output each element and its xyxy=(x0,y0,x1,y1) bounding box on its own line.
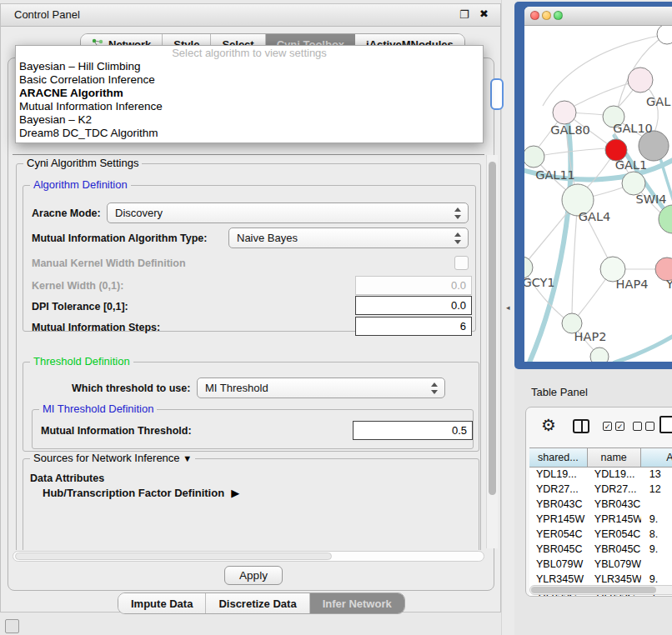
node-label-gal-top: GAL xyxy=(646,95,670,108)
checked-box-icon: ✓ xyxy=(603,422,612,431)
table-horizontal-scrollbar[interactable] xyxy=(529,585,672,595)
network-node-labels: GAL GAL80 GAL10 GAL1 GAL11 SWI4 GAL4 GCY… xyxy=(524,95,672,343)
node-table: shared... name A YDL19...YDL19...13 YDR2… xyxy=(529,448,672,597)
tab-infer-network-label: Infer Network xyxy=(323,598,392,610)
dpi-tolerance-value: 0.0 xyxy=(451,299,466,312)
which-threshold-label: Which threshold to use: xyxy=(72,382,190,394)
aracne-mode-select[interactable]: Discovery xyxy=(107,202,469,223)
mutual-information-threshold-value: 0.5 xyxy=(452,424,467,437)
checked-box-icon: ✓ xyxy=(615,422,624,431)
node-label-swi4: SWI4 xyxy=(635,192,666,206)
dpi-tolerance-input[interactable]: 0.0 xyxy=(355,296,472,315)
table-panel-title: Table Panel xyxy=(531,386,588,398)
algorithm-option-dream8[interactable]: Dream8 DC_TDC Algorithm xyxy=(16,127,483,140)
column-header-name[interactable]: name xyxy=(588,448,641,467)
apply-button[interactable]: Apply xyxy=(224,566,283,585)
column-header-partial[interactable]: A xyxy=(641,448,672,467)
tab-infer-network[interactable]: Infer Network xyxy=(310,593,404,613)
table-row[interactable]: YDL19...YDL19...13 xyxy=(529,468,672,482)
settings-vertical-scrollbar[interactable] xyxy=(486,155,498,548)
network-node-swi4[interactable] xyxy=(622,172,645,195)
algorithm-option-bayesian-hill-climbing[interactable]: Bayesian – Hill Climbing xyxy=(16,60,483,73)
algorithm-placeholder: Select algorithm to view settings xyxy=(16,46,483,60)
kernel-width-label: Kernel Width (0,1): xyxy=(32,280,123,292)
node-label-gcy1: GCY1 xyxy=(524,276,555,289)
scrollbar-thumb[interactable] xyxy=(531,587,656,593)
mi-threshold-definition-group: MI Threshold Definition Mutual Informati… xyxy=(32,409,474,449)
mutual-information-threshold-input[interactable]: 0.5 xyxy=(353,421,473,440)
gear-icon[interactable]: ⚙ xyxy=(541,415,556,435)
cyni-algorithm-settings-title: Cyni Algorithm Settings xyxy=(23,157,142,169)
mi-algorithm-type-select[interactable]: Naive Bayes xyxy=(228,228,469,248)
kernel-width-input[interactable]: 0.0 xyxy=(355,276,472,295)
settings-horizontal-scrollbar[interactable] xyxy=(13,551,484,562)
table-row[interactable]: YBR045CYBR045C9. xyxy=(529,542,672,558)
mac-minimize-icon[interactable] xyxy=(542,11,551,20)
close-window-icon[interactable]: ✖ xyxy=(479,8,489,20)
threshold-definition-group: Threshold Definition Which threshold to … xyxy=(23,362,479,452)
control-panel-titlebar[interactable]: Control Panel ❐ ✖ xyxy=(1,4,500,27)
deselect-all-icon[interactable] xyxy=(633,422,654,431)
algorithm-dropdown-popup: Select algorithm to view settings Bayesi… xyxy=(15,45,484,143)
network-node-gal-top[interactable] xyxy=(628,68,653,92)
threshold-definition-title: Threshold Definition xyxy=(30,355,133,368)
network-node-gal11[interactable] xyxy=(524,146,544,168)
splitter-collapse-icon[interactable]: ◂ xyxy=(506,303,510,312)
algorithm-option-aracne[interactable]: ARACNE Algorithm xyxy=(16,87,483,100)
collapse-down-icon[interactable]: ▼ xyxy=(183,453,192,463)
tab-impute-data[interactable]: Impute Data xyxy=(118,593,206,613)
network-canvas[interactable]: GAL GAL80 GAL10 GAL1 GAL11 SWI4 GAL4 GCY… xyxy=(524,26,672,362)
table-header-row: shared... name A xyxy=(529,448,672,468)
table-toolbar: ⚙ ✓ ✓ xyxy=(526,408,672,448)
columns-icon[interactable] xyxy=(573,419,589,433)
network-window-titlebar[interactable] xyxy=(524,7,672,26)
algorithm-option-basic-correlation[interactable]: Basic Correlation Inference xyxy=(16,73,483,87)
mi-threshold-definition-title: MI Threshold Definition xyxy=(39,402,157,415)
tab-discretize-data-label: Discretize Data xyxy=(218,598,296,610)
tab-discretize-data[interactable]: Discretize Data xyxy=(206,593,309,613)
unchecked-box-icon xyxy=(633,422,642,431)
table-row[interactable]: YDR27...YDR27...12 xyxy=(529,482,672,498)
manual-kernel-width-checkbox[interactable] xyxy=(454,256,469,270)
mac-close-icon[interactable] xyxy=(530,11,539,20)
stepper-arrows-icon xyxy=(431,382,438,395)
network-node-gal80[interactable] xyxy=(553,101,576,124)
algorithm-option-bayesian-k2[interactable]: Bayesian – K2 xyxy=(16,113,483,127)
sources-title-text: Sources for Network Inference xyxy=(33,452,180,464)
network-window: GAL GAL80 GAL10 GAL1 GAL11 SWI4 GAL4 GCY… xyxy=(524,7,672,362)
scrollbar-thumb[interactable] xyxy=(15,552,332,560)
mi-steps-label: Mutual Information Steps: xyxy=(32,322,160,333)
dpi-tolerance-label: DPI Tolerance [0,1]: xyxy=(32,301,128,312)
node-label-gal1: GAL1 xyxy=(615,158,647,172)
node-label-hap4: HAP4 xyxy=(616,278,649,291)
manual-kernel-width-label: Manual Kernel Width Definition xyxy=(32,258,186,269)
column-header-shared[interactable]: shared... xyxy=(529,448,588,467)
collapsed-panel-icon[interactable] xyxy=(5,619,19,633)
table-row[interactable]: YER054CYER054C8. xyxy=(529,528,672,542)
network-node-bottom[interactable] xyxy=(590,348,609,362)
mi-algorithm-type-label: Mutual Information Algorithm Type: xyxy=(32,232,207,244)
table-row[interactable]: YBL079WYBL079W xyxy=(529,558,672,572)
network-node-gray[interactable] xyxy=(639,131,669,161)
data-attributes-label: Data Attributes xyxy=(30,472,104,484)
float-window-icon[interactable]: ❐ xyxy=(459,9,470,20)
table-row[interactable]: YBR043CYBR043C xyxy=(529,498,672,512)
mutual-information-threshold-label: Mutual Information Threshold: xyxy=(41,425,192,437)
stepper-arrows-icon xyxy=(454,232,461,245)
mi-steps-value: 6 xyxy=(460,320,466,332)
scrollbar-thumb[interactable] xyxy=(489,162,496,495)
mac-zoom-icon[interactable] xyxy=(554,11,563,20)
algorithm-option-mutual-information[interactable]: Mutual Information Inference xyxy=(16,100,483,113)
focused-combo-fragment[interactable] xyxy=(490,78,504,110)
network-node[interactable] xyxy=(657,26,672,44)
network-node-green[interactable] xyxy=(659,205,672,233)
network-window-frame: GAL GAL80 GAL10 GAL1 GAL11 SWI4 GAL4 GCY… xyxy=(514,2,672,369)
mi-steps-input[interactable]: 6 xyxy=(355,317,472,336)
table-row[interactable]: YPR145WYPR145W9. xyxy=(529,512,672,528)
aracne-mode-value: Discovery xyxy=(115,207,163,219)
document-icon[interactable] xyxy=(659,416,672,433)
select-all-icon[interactable]: ✓ ✓ xyxy=(603,422,624,431)
algorithm-definition-title: Algorithm Definition xyxy=(30,178,131,191)
table-panel-card: ⚙ ✓ ✓ shared... name A YDL19...YDL xyxy=(525,407,672,597)
which-threshold-select[interactable]: MI Threshold xyxy=(197,378,445,398)
